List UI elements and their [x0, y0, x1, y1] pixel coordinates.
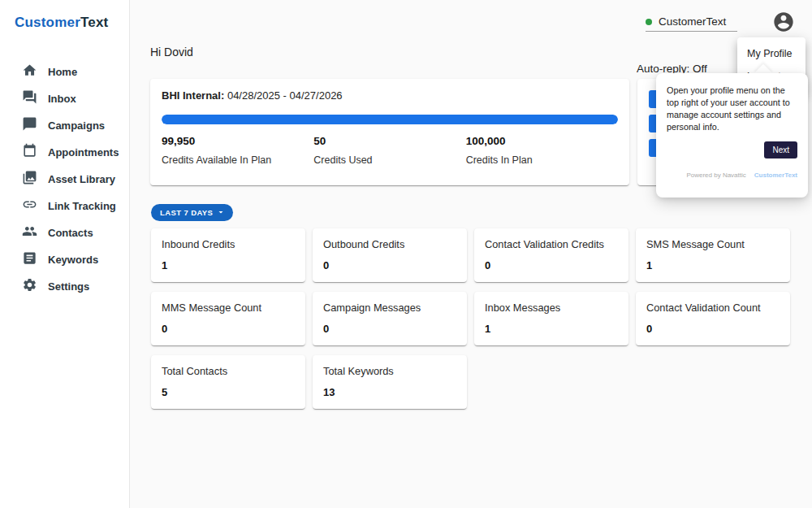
status-dot — [646, 19, 652, 25]
plan-stat-total: 100,000 Credits In Plan — [466, 135, 618, 166]
sidebar-item-campaigns[interactable]: Campaigns — [0, 112, 129, 139]
date-range-label: LAST 7 DAYS — [160, 208, 213, 217]
tour-popup-text: Open your profile menu on the top right … — [667, 85, 797, 133]
appointments-icon — [22, 143, 37, 162]
account-name: CustomerText — [659, 15, 726, 28]
stat-card-value: 0 — [323, 259, 456, 271]
stats-grid: Inbound Credits 1 Outbound Credits 0 Con… — [151, 228, 793, 409]
sidebar-item-home[interactable]: Home — [0, 59, 129, 85]
sidebar-menu: Home Inbox Campaigns Appointments Asset … — [0, 59, 129, 300]
asset-library-icon — [22, 170, 37, 189]
plan-dates: 04/28/2025 - 04/27/2026 — [224, 89, 342, 102]
campaigns-icon — [22, 116, 37, 135]
stat-card-value: 0 — [646, 323, 780, 335]
sidebar-item-label: Inbox — [48, 93, 76, 105]
sidebar-item-keywords[interactable]: Keywords — [0, 246, 129, 273]
plan-stat-available: 99,950 Credits Available In Plan — [162, 135, 313, 166]
stat-card-value: 0 — [162, 323, 295, 335]
profile-avatar-button[interactable] — [772, 11, 795, 33]
plan-credits-card: BHI Internal: 04/28/2025 - 04/27/2026 99… — [150, 79, 629, 185]
plan-title: BHI Internal: 04/28/2025 - 04/27/2026 — [162, 89, 618, 102]
powered-by-navattic: Powered by Navattic — [686, 172, 745, 179]
sidebar-item-label: Contacts — [48, 227, 93, 239]
settings-icon — [22, 277, 37, 296]
sidebar-item-contacts[interactable]: Contacts — [0, 219, 129, 246]
stat-card-value: 1 — [646, 259, 780, 271]
inbox-icon — [22, 89, 37, 108]
link-tracking-icon — [22, 197, 37, 215]
stat-label: Credits In Plan — [466, 154, 618, 166]
account-selector[interactable]: CustomerText — [646, 12, 737, 32]
credits-progress-bar — [162, 115, 618, 124]
stat-card-outbound-credits: Outbound Credits 0 — [313, 228, 467, 282]
stat-value: 99,950 — [162, 135, 313, 147]
stat-card-contact-validation-credits: Contact Validation Credits 0 — [474, 228, 628, 282]
keywords-icon — [22, 250, 37, 269]
greeting-text: Hi Dovid — [150, 46, 193, 59]
stat-label: Credits Used — [313, 154, 465, 166]
brand-logo-text: Text — [80, 15, 109, 30]
sidebar-item-inbox[interactable]: Inbox — [0, 85, 129, 112]
stat-card-sms-message-count: SMS Message Count 1 — [636, 228, 790, 282]
stat-card-value: 1 — [162, 259, 295, 271]
home-icon — [22, 63, 37, 81]
stat-card-inbox-messages: Inbox Messages 1 — [474, 292, 628, 345]
stat-card-value: 0 — [485, 259, 618, 271]
sidebar-item-label: Keywords — [48, 254, 98, 266]
plan-stats-row: 99,950 Credits Available In Plan 50 Cred… — [162, 135, 618, 166]
stat-card-label: Campaign Messages — [323, 302, 456, 314]
stat-card-label: Outbound Credits — [323, 238, 456, 250]
sidebar: CustomerText Home Inbox Campaigns Appoin… — [0, 0, 130, 508]
stat-card-label: Total Keywords — [323, 365, 456, 377]
stat-value: 50 — [313, 135, 465, 147]
stat-card-total-keywords: Total Keywords 13 — [313, 355, 467, 409]
menu-item-my-profile[interactable]: My Profile — [737, 42, 806, 65]
brand-logo: CustomerText — [0, 0, 129, 31]
plan-stat-used: 50 Credits Used — [313, 135, 465, 166]
stat-value: 100,000 — [466, 135, 618, 147]
stat-card-mms-message-count: MMS Message Count 0 — [151, 292, 305, 345]
stat-card-inbound-credits: Inbound Credits 1 — [151, 228, 305, 282]
sidebar-item-appointments[interactable]: Appointments — [0, 139, 129, 166]
date-range-chip[interactable]: LAST 7 DAYS — [151, 204, 233, 221]
stat-card-label: Inbound Credits — [162, 238, 295, 250]
stat-card-label: Contact Validation Credits — [485, 238, 618, 250]
brand-logo-customer: Customer — [15, 15, 80, 30]
stat-card-label: Contact Validation Count — [646, 302, 780, 314]
stat-card-label: Total Contacts — [162, 365, 295, 377]
tour-brand-watermark: CustomerText — [754, 172, 797, 179]
tour-next-button[interactable]: Next — [764, 141, 797, 158]
credits-progress-fill — [162, 115, 618, 124]
stat-card-value: 1 — [485, 323, 618, 335]
sidebar-item-label: Asset Library — [48, 173, 115, 185]
account-circle-icon — [772, 22, 795, 36]
tour-popup: Open your profile menu on the top right … — [656, 73, 808, 198]
plan-name: BHI Internal: — [162, 89, 224, 102]
stat-card-value: 0 — [323, 323, 456, 335]
tour-popup-footer: Powered by Navattic CustomerText — [667, 172, 797, 179]
stat-card-value: 13 — [323, 386, 456, 398]
stat-label: Credits Available In Plan — [162, 154, 313, 166]
stat-card-contact-validation-count: Contact Validation Count 0 — [636, 292, 790, 345]
sidebar-item-label: Link Tracking — [48, 200, 116, 212]
sidebar-item-label: Home — [48, 66, 77, 78]
stat-card-label: SMS Message Count — [646, 238, 780, 250]
sidebar-item-asset-library[interactable]: Asset Library — [0, 166, 129, 193]
app-root: CustomerText Home Inbox Campaigns Appoin… — [0, 0, 812, 508]
sidebar-item-label: Campaigns — [48, 119, 105, 132]
stat-card-label: MMS Message Count — [162, 302, 295, 314]
stat-card-label: Inbox Messages — [485, 302, 618, 314]
stat-card-value: 5 — [162, 386, 295, 398]
sidebar-item-settings[interactable]: Settings — [0, 273, 129, 300]
stat-card-campaign-messages: Campaign Messages 0 — [313, 292, 467, 345]
sidebar-item-label: Appointments — [48, 146, 119, 158]
sidebar-item-label: Settings — [48, 280, 89, 293]
chevron-down-icon — [216, 207, 226, 219]
stat-card-total-contacts: Total Contacts 5 — [151, 355, 305, 409]
contacts-icon — [22, 224, 37, 242]
sidebar-item-link-tracking[interactable]: Link Tracking — [0, 193, 129, 219]
